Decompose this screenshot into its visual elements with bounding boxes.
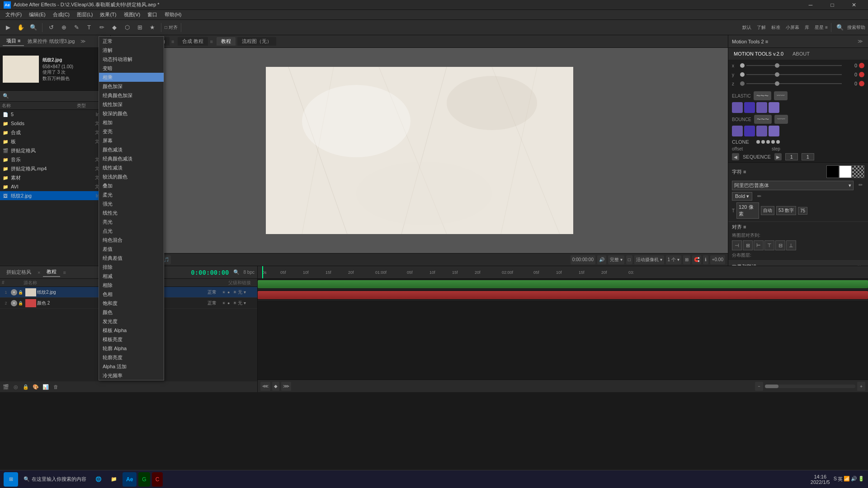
sequence-step-input[interactable]	[802, 153, 814, 160]
list-item[interactable]: 📁 拼贴定格风.mp4 文件夹	[0, 164, 110, 173]
list-item[interactable]: 📁 Solids 文件夹	[0, 119, 110, 128]
clone-dot-3[interactable]	[766, 140, 770, 144]
auto-leading-btn[interactable]: 自动	[761, 206, 774, 215]
start-button[interactable]: ⊞	[4, 472, 18, 487]
blend-add[interactable]: 相加	[99, 118, 164, 127]
tray-icon-battery[interactable]: 🔋	[858, 476, 864, 483]
tool-anchor[interactable]: ⊕	[58, 22, 69, 33]
blend-exclusion[interactable]: 排除	[99, 263, 164, 272]
tool-text[interactable]: T	[84, 22, 94, 33]
panel-expand-btn[interactable]: ≫	[79, 38, 87, 46]
bounce-wave2-btn[interactable]: 〰〰	[774, 115, 788, 124]
blend-overlay[interactable]: 叠加	[99, 181, 164, 190]
tl-new-comp-btn[interactable]: 🎬	[2, 383, 10, 391]
clone-dot-5[interactable]	[776, 140, 780, 144]
tool-zoom[interactable]: 🔍	[28, 22, 39, 33]
sequence-right-arrow[interactable]: ▶	[774, 153, 782, 160]
taskbar-app-files[interactable]: 📁	[107, 472, 121, 487]
audio-btn[interactable]: 🔊	[597, 255, 606, 264]
tool-shape[interactable]: ◆	[109, 22, 120, 33]
motion-tools-expand[interactable]: ≫	[856, 38, 864, 46]
tl-color-btn[interactable]: 🎨	[32, 383, 40, 391]
info-btn[interactable]: ℹ	[703, 255, 708, 264]
close-button[interactable]: ✕	[844, 0, 864, 10]
tab-effect-controls[interactable]: 效果控件 纸纹理3.jpg	[24, 37, 78, 46]
tl-next-kf-btn[interactable]: ⋙	[281, 382, 291, 391]
blend-classic-diff[interactable]: 经典差值	[99, 253, 164, 263]
blend-linear-burn[interactable]: 线性加深	[99, 100, 164, 109]
tool-rotate[interactable]: ↺	[46, 22, 57, 33]
list-item-selected[interactable]: 🖼 纸纹2.jpg Import	[0, 191, 110, 200]
blend-linear-dodge[interactable]: 线性减淡	[99, 163, 164, 172]
blend-color-burn[interactable]: 颜色加深	[99, 82, 164, 91]
blend-lighter-color[interactable]: 较浅的颜色	[99, 172, 164, 181]
blend-hard-light[interactable]: 强光	[99, 199, 164, 208]
playhead[interactable]	[262, 266, 263, 278]
menu-view[interactable]: 视图(V)	[120, 10, 144, 19]
maximize-button[interactable]: □	[822, 0, 843, 10]
tl-solo-btn[interactable]: ◎	[12, 383, 20, 391]
menu-effect[interactable]: 效果(T)	[96, 10, 120, 19]
blend-lighten[interactable]: 变亮	[99, 127, 164, 136]
menu-file[interactable]: 文件(F)	[2, 10, 25, 19]
blend-pin-light[interactable]: 点光	[99, 226, 164, 235]
align-center-h-btn[interactable]: ⊞	[743, 240, 753, 250]
bold-style-btn[interactable]: Bold ▾	[732, 192, 752, 201]
menu-edit[interactable]: 编辑(E)	[25, 10, 49, 19]
blend-luminosity[interactable]: 发光度	[99, 317, 164, 326]
elastic-wave-btn[interactable]: 〜〜〜	[754, 91, 771, 100]
blend-silhouette-luma[interactable]: 轮廓亮度	[99, 353, 164, 362]
slider-x-dot[interactable]	[740, 63, 745, 68]
blend-color[interactable]: 颜色	[99, 308, 164, 317]
tl-delete-btn[interactable]: 🗑	[52, 383, 60, 391]
bounce-wave-btn[interactable]: 〜〜〜	[754, 115, 772, 124]
taskbar-search[interactable]: 🔍 在这里输入你搜索的内容	[20, 472, 90, 487]
parent-sun-1[interactable]: ☀	[233, 290, 237, 295]
menu-layer[interactable]: 图层(L)	[73, 10, 96, 19]
layer-solo-2[interactable]: ☀	[222, 301, 226, 305]
track-bar-1[interactable]	[258, 280, 868, 288]
tab-comp[interactable]: 合成 教程	[178, 37, 208, 46]
tl-kf-btn[interactable]: ◆	[272, 382, 279, 391]
view-options[interactable]: 1 个 ▾	[666, 255, 681, 264]
tool-brush[interactable]: ✏	[96, 22, 107, 33]
align-left-btn[interactable]: ⊣	[732, 240, 742, 250]
align-center-v-btn[interactable]: ⊟	[775, 240, 785, 250]
tray-icon-sound[interactable]: 🔊	[851, 476, 857, 483]
timecode-display[interactable]: 0:00:00:00	[571, 255, 595, 264]
layer-lock-2[interactable]: 🔒	[18, 301, 24, 305]
blend-stencil-luma[interactable]: 模板亮度	[99, 335, 164, 344]
preview-options[interactable]: +0.00	[710, 255, 725, 264]
blend-hue[interactable]: 色相	[99, 290, 164, 299]
track-bar-2[interactable]	[258, 291, 868, 299]
tab-motion-tools[interactable]: MOTION TOOLS v.2.0	[732, 50, 785, 57]
tab-tutorial[interactable]: 教程	[217, 37, 236, 46]
taskbar-app-g[interactable]: G	[138, 472, 150, 487]
taskbar-app-explorer[interactable]: 🌐	[92, 472, 105, 487]
list-item[interactable]: 📁 素材 文件夹	[0, 173, 110, 182]
tab-about[interactable]: ABOUT	[791, 50, 811, 57]
background-color[interactable]	[839, 165, 852, 178]
elastic-btn-2[interactable]	[744, 102, 755, 113]
tl-search-btn[interactable]: 🔍	[232, 268, 241, 277]
sequence-left-arrow[interactable]: ◀	[732, 153, 739, 160]
list-item[interactable]: 📄 5 Import	[0, 110, 110, 119]
bounce-btn-4[interactable]	[769, 126, 779, 136]
layer-lock-1[interactable]: 🔒	[18, 290, 24, 295]
tab-project[interactable]: 项目 ≡	[3, 37, 24, 46]
slider-z-dot[interactable]	[740, 81, 745, 86]
blend-stencil-alpha[interactable]: 模板 Alpha	[99, 326, 164, 335]
align-bottom-btn[interactable]: ⊥	[786, 240, 796, 250]
slider-y-dot[interactable]	[740, 72, 745, 77]
resolution-select[interactable]: 完整 ▾	[608, 255, 624, 264]
elastic-btn-4[interactable]	[769, 102, 779, 113]
blend-silhouette-alpha[interactable]: 轮廓 Alpha	[99, 344, 164, 353]
search-text[interactable]: 在这里输入你搜索的内容	[32, 476, 86, 483]
blend-mode-dropdown[interactable]: 正常 溶解 动态抖动溶解 变暗 相乘 颜色加深 经典颜色加深 线性加深 较深的颜…	[99, 36, 164, 380]
blend-saturation[interactable]: 饱和度	[99, 299, 164, 308]
blend-darken[interactable]: 变暗	[99, 64, 164, 73]
menu-help[interactable]: 帮助(H)	[161, 10, 185, 19]
region-btn[interactable]: □	[626, 255, 632, 264]
timeline-timecode[interactable]: 0:00:00:00	[191, 269, 229, 276]
blend-hard-mix[interactable]: 纯色混合	[99, 235, 164, 244]
